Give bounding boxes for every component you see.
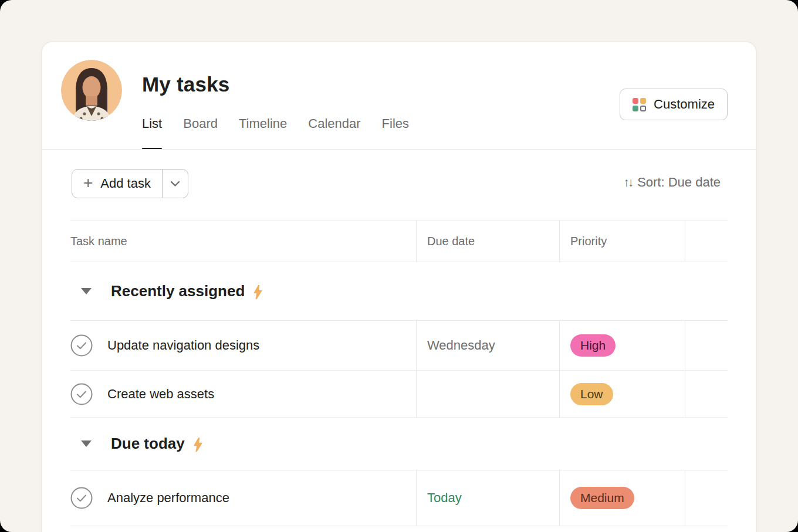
my-tasks-window: My tasks List Board Timeline Calendar Fi… [42, 42, 756, 532]
section-header-due-today[interactable]: Due today [70, 418, 728, 470]
priority-badge[interactable]: High [570, 334, 616, 357]
avatar-image [61, 60, 122, 121]
section-title: Recently assigned [111, 282, 245, 300]
tab-files[interactable]: Files [382, 115, 409, 150]
sort-control[interactable]: ↑↓ Sort: Due date [623, 175, 721, 190]
plus-icon: + [83, 175, 93, 191]
task-name[interactable]: Create web assets [107, 387, 214, 402]
row-spacer [685, 470, 728, 526]
customize-label: Customize [654, 97, 715, 112]
check-circle-icon[interactable] [70, 487, 93, 509]
task-row[interactable]: Update navigation designs Wednesday High [70, 321, 728, 371]
table-header-row: Task name Due date Priority [70, 220, 728, 262]
header-divider [42, 149, 756, 150]
view-tabs: List Board Timeline Calendar Files [142, 115, 409, 150]
avatar[interactable] [61, 60, 122, 121]
bolt-icon [253, 285, 262, 299]
task-name[interactable]: Analyze performance [107, 490, 229, 506]
add-task-button[interactable]: + Add task [72, 170, 162, 198]
section-title: Due today [111, 435, 185, 453]
bolt-icon [194, 438, 202, 452]
tab-timeline[interactable]: Timeline [239, 115, 287, 150]
section-header-recently-assigned[interactable]: Recently assigned [70, 262, 728, 321]
screenshot-frame: My tasks List Board Timeline Calendar Fi… [0, 0, 798, 532]
tab-list[interactable]: List [142, 115, 162, 150]
tab-board[interactable]: Board [183, 115, 218, 150]
add-task-dropdown-button[interactable] [162, 170, 188, 198]
column-header-priority[interactable]: Priority [559, 221, 685, 262]
customize-button[interactable]: Customize [620, 89, 728, 120]
task-name[interactable]: Update navigation designs [107, 338, 259, 353]
column-header-due-date[interactable]: Due date [416, 221, 559, 262]
page-title: My tasks [142, 73, 229, 96]
check-circle-icon[interactable] [70, 334, 93, 357]
column-header-spacer [685, 221, 728, 262]
task-row[interactable]: Analyze performance Today Medium [70, 470, 728, 526]
add-task-label: Add task [100, 176, 151, 191]
task-row[interactable]: Create web assets Low [70, 371, 728, 418]
due-date: Wednesday [427, 338, 495, 353]
task-table: Task name Due date Priority Recently ass… [70, 220, 728, 526]
priority-badge[interactable]: Medium [570, 487, 634, 509]
chevron-down-icon [170, 181, 180, 187]
row-spacer [685, 371, 728, 417]
add-task-split-button: + Add task [72, 169, 188, 198]
column-header-task-name[interactable]: Task name [70, 221, 416, 262]
due-date: Today [427, 490, 462, 506]
collapse-triangle-icon[interactable] [81, 288, 92, 294]
collapse-triangle-icon[interactable] [81, 440, 92, 447]
sort-label: Sort: Due date [637, 175, 721, 190]
priority-badge[interactable]: Low [570, 383, 613, 405]
row-spacer [685, 321, 728, 370]
tab-calendar[interactable]: Calendar [308, 115, 360, 150]
check-circle-icon[interactable] [70, 383, 93, 405]
sort-arrows-icon: ↑↓ [623, 175, 632, 189]
customize-grid-icon [633, 98, 646, 111]
